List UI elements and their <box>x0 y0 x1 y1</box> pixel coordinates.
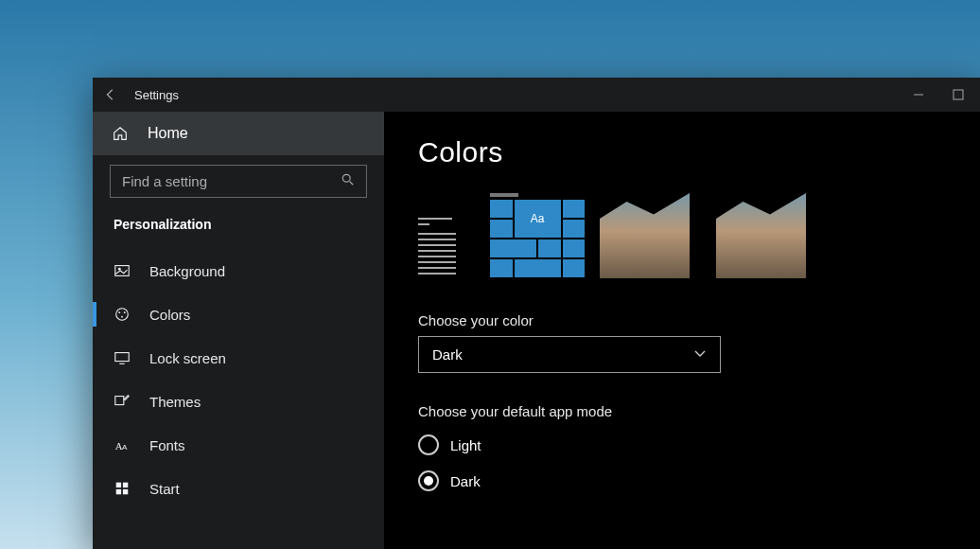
sidebar: Home Find a setting Personalization Back… <box>93 112 384 549</box>
svg-point-2 <box>342 174 350 182</box>
search-wrap: Find a setting <box>93 155 384 211</box>
svg-rect-16 <box>123 483 128 487</box>
back-icon[interactable] <box>104 88 117 101</box>
radio-icon <box>418 470 439 491</box>
sidebar-item-label: Colors <box>149 307 190 323</box>
search-icon <box>341 173 355 189</box>
svg-rect-10 <box>115 353 129 362</box>
sidebar-item-label: Background <box>149 263 225 279</box>
svg-rect-17 <box>116 489 121 494</box>
settings-window: Settings Home Find a setting <box>93 78 980 549</box>
svg-rect-1 <box>954 90 963 99</box>
svg-rect-12 <box>115 397 124 405</box>
window-controls <box>912 88 974 101</box>
sidebar-item-label: Fonts <box>149 437 185 453</box>
category-label: Personalization <box>93 211 384 249</box>
main-panel: Colors A <box>384 112 980 549</box>
sidebar-item-start[interactable]: Start <box>93 467 384 510</box>
svg-line-3 <box>350 182 354 186</box>
radio-icon <box>418 434 439 455</box>
content: Home Find a setting Personalization Back… <box>93 112 980 549</box>
svg-point-6 <box>116 309 129 321</box>
sidebar-item-themes[interactable]: Themes <box>93 380 384 423</box>
color-mode-value: Dark <box>432 346 463 363</box>
sidebar-item-label: Lock screen <box>149 350 226 366</box>
sidebar-item-label: Themes <box>149 394 201 410</box>
svg-point-5 <box>118 268 121 271</box>
color-mode-label: Choose your color <box>418 312 965 328</box>
search-input[interactable]: Find a setting <box>110 165 367 198</box>
svg-rect-18 <box>123 489 128 494</box>
brush-icon <box>114 393 131 410</box>
maximize-button[interactable] <box>952 88 965 101</box>
color-preview: Aa <box>418 184 965 278</box>
app-title: Settings <box>134 88 179 102</box>
svg-point-7 <box>118 311 120 313</box>
svg-text:A: A <box>122 443 128 452</box>
sidebar-item-fonts[interactable]: AA Fonts <box>93 423 384 467</box>
search-placeholder: Find a setting <box>122 173 207 189</box>
monitor-icon <box>114 349 131 366</box>
svg-rect-15 <box>116 483 121 487</box>
font-icon: AA <box>114 436 131 453</box>
preview-start-menu: Aa <box>490 193 585 278</box>
app-mode-dark[interactable]: Dark <box>418 463 965 499</box>
preview-desktop <box>600 193 806 278</box>
minimize-button[interactable] <box>912 88 925 101</box>
home-nav[interactable]: Home <box>93 112 384 155</box>
app-mode-label: Choose your default app mode <box>418 403 965 419</box>
app-mode-light[interactable]: Light <box>418 427 965 463</box>
titlebar-left: Settings <box>104 88 179 102</box>
svg-point-8 <box>124 311 126 313</box>
preview-system <box>418 218 475 278</box>
titlebar: Settings <box>93 78 980 112</box>
sidebar-item-label: Start <box>149 481 180 497</box>
sidebar-item-lock-screen[interactable]: Lock screen <box>93 336 384 380</box>
sidebar-item-background[interactable]: Background <box>93 249 384 292</box>
home-label: Home <box>148 125 188 142</box>
start-icon <box>114 480 131 497</box>
svg-point-9 <box>121 316 123 318</box>
palette-icon <box>114 306 131 323</box>
home-icon <box>112 125 129 142</box>
sample-text-tile: Aa <box>515 200 561 238</box>
chevron-down-icon <box>693 346 707 363</box>
sidebar-item-colors[interactable]: Colors <box>93 292 384 336</box>
color-mode-dropdown[interactable]: Dark <box>418 336 721 373</box>
page-title: Colors <box>418 136 965 168</box>
radio-label: Light <box>450 437 481 453</box>
picture-icon <box>114 262 131 279</box>
radio-label: Dark <box>450 473 481 489</box>
